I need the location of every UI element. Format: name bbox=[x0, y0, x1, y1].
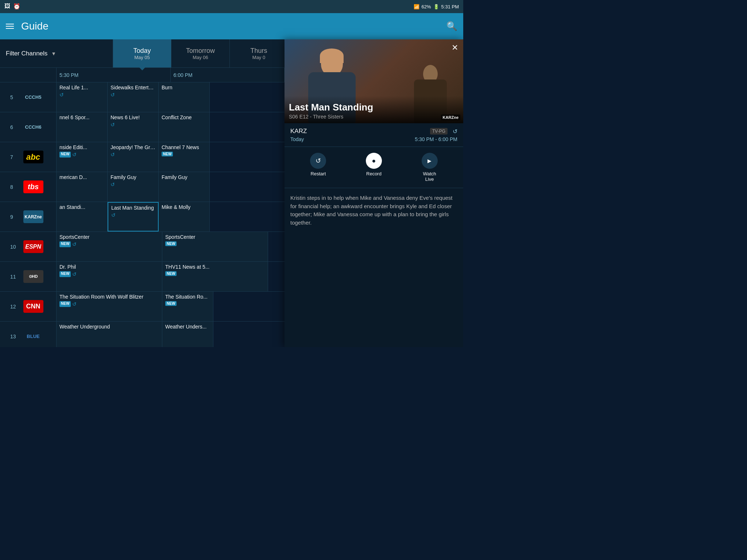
program-slot[interactable]: Weather Underground bbox=[57, 322, 162, 347]
current-time: 5:31 PM bbox=[441, 4, 459, 9]
tab-tomorrow-label: Tomorrow bbox=[186, 47, 215, 55]
detail-day: Today bbox=[290, 136, 304, 142]
action-buttons: ↺ Restart ● Record ▶ WatchLive bbox=[285, 147, 463, 188]
channel-row-10: 10 ESPN SportsCenter NEW ↺ SportsCent bbox=[0, 232, 285, 262]
search-button[interactable]: 🔍 bbox=[446, 21, 457, 31]
show-title: Last Man Standing bbox=[289, 102, 459, 113]
status-icons-left: 🖼 ⏰ bbox=[4, 3, 20, 10]
program-slot-selected[interactable]: Last Man Standing ↺ bbox=[108, 202, 159, 232]
programs-10: SportsCenter NEW ↺ SportsCenter NEW bbox=[57, 232, 285, 261]
guide-container: Filter Channels ▼ Today May 05 Tomorrow … bbox=[0, 39, 463, 347]
menu-button[interactable] bbox=[6, 24, 14, 29]
channel-logo-11: ⊙HD bbox=[20, 269, 46, 284]
tab-tomorrow-date: May 06 bbox=[193, 55, 208, 60]
channel-logo-6: CCCH6 bbox=[20, 120, 46, 135]
program-slot[interactable]: Channel 7 News NEW bbox=[159, 142, 210, 172]
program-slot[interactable]: merican D... bbox=[57, 172, 108, 202]
program-slot[interactable]: Sidewalks Entertainment ↺ bbox=[108, 82, 159, 112]
time-slots: 5:30 PM 6:00 PM bbox=[57, 68, 285, 82]
channel-logo-13: BLUE bbox=[20, 329, 46, 344]
channel-row-7: 7 abc nside Editi... NEW ↺ Jeopardy! bbox=[0, 142, 285, 172]
detail-channel-row: KARZ TV-PG ↺ bbox=[290, 128, 457, 135]
channel-row-5: 5 CCCH5 Real Life 1... ↺ Sidewalks Enter… bbox=[0, 82, 285, 112]
record-button[interactable]: ● Record bbox=[366, 153, 382, 182]
tab-today-date: May 05 bbox=[134, 55, 150, 60]
tab-today-label: Today bbox=[133, 47, 151, 55]
program-slot[interactable]: SportsCenter NEW ↺ bbox=[57, 232, 162, 261]
tab-thursday-label: Thurs bbox=[250, 47, 267, 55]
program-slot[interactable]: nside Editi... NEW ↺ bbox=[57, 142, 108, 172]
program-slot[interactable]: Family Guy bbox=[159, 172, 210, 202]
detail-channel-left: KARZ bbox=[290, 128, 307, 135]
channel-row-12: 12 CNN The Situation Room With Wolf Blit… bbox=[0, 292, 285, 322]
detail-channel-name: KARZ bbox=[290, 128, 307, 135]
restart-label: Restart bbox=[310, 171, 326, 176]
watch-live-icon: ▶ bbox=[422, 153, 438, 169]
page-title: Guide bbox=[21, 20, 49, 32]
channel-info-6: 6 CCCH6 bbox=[0, 112, 57, 142]
program-slot[interactable]: News 6 Live! ↺ bbox=[108, 112, 159, 142]
restart-button[interactable]: ↺ Restart bbox=[310, 153, 326, 182]
watch-live-button[interactable]: ▶ WatchLive bbox=[422, 153, 438, 182]
channel-row-11: 11 ⊙HD Dr. Phil NEW ↺ THV11 News at 5 bbox=[0, 262, 285, 292]
detail-description: Kristin steps in to help when Mike and V… bbox=[285, 188, 463, 233]
program-slot[interactable]: Real Life 1... ↺ bbox=[57, 82, 108, 112]
programs-12: The Situation Room With Wolf Blitzer NEW… bbox=[57, 292, 285, 321]
record-icon: ● bbox=[366, 153, 382, 169]
date-tabs: Today May 05 Tomorrow May 06 Thurs May 0 bbox=[113, 39, 285, 67]
filter-date-bar: Filter Channels ▼ Today May 05 Tomorrow … bbox=[0, 39, 285, 68]
programs-7: nside Editi... NEW ↺ Jeopardy! The Great… bbox=[57, 142, 285, 172]
header: Guide 🔍 bbox=[0, 13, 463, 39]
channel-logo-7: abc bbox=[20, 150, 46, 164]
tab-today[interactable]: Today May 05 bbox=[113, 39, 171, 67]
filter-channels-label: Filter Channels bbox=[6, 50, 47, 57]
tab-thursday[interactable]: Thurs May 0 bbox=[230, 39, 285, 67]
program-slot[interactable]: SportsCenter NEW bbox=[162, 232, 268, 261]
tab-tomorrow[interactable]: Tomorrow May 06 bbox=[171, 39, 230, 67]
program-slot[interactable]: nnel 6 Spor... bbox=[57, 112, 108, 142]
clock-icon: ⏰ bbox=[13, 3, 20, 10]
chevron-down-icon: ▼ bbox=[51, 51, 56, 57]
program-slot[interactable]: Dr. Phil NEW ↺ bbox=[57, 262, 162, 291]
tab-thursday-date: May 0 bbox=[252, 55, 265, 60]
channel-logo-8: tbs bbox=[20, 180, 46, 194]
channel-list-panel: Filter Channels ▼ Today May 05 Tomorrow … bbox=[0, 39, 285, 347]
restart-icon: ↺ bbox=[453, 128, 457, 135]
battery-icon: 🔋 bbox=[433, 4, 439, 9]
program-slot[interactable]: Family Guy ↺ bbox=[108, 172, 159, 202]
photo-icon: 🖼 bbox=[4, 3, 10, 10]
programs-13: Weather Underground Weather Unders... bbox=[57, 322, 285, 347]
channel-info-12: 12 CNN bbox=[0, 292, 57, 321]
close-button[interactable]: ✕ bbox=[449, 42, 460, 53]
filter-channels-button[interactable]: Filter Channels ▼ bbox=[0, 39, 113, 67]
status-bar: 🖼 ⏰ 📶 62% 🔋 5:31 PM bbox=[0, 0, 463, 13]
restart-icon: ↺ bbox=[310, 153, 326, 169]
program-slot[interactable]: The Situation Room With Wolf Blitzer NEW… bbox=[57, 292, 162, 321]
channel-info-10: 10 ESPN bbox=[0, 232, 57, 261]
program-slot[interactable]: The Situation Ro... NEW bbox=[162, 292, 213, 321]
watch-live-label: WatchLive bbox=[423, 171, 436, 182]
channel-row-6: 6 CCCH6 nnel 6 Spor... News 6 Live! ↺ Co… bbox=[0, 112, 285, 142]
time-slot-600: 6:00 PM bbox=[171, 68, 285, 82]
status-icons-right: 📶 62% 🔋 5:31 PM bbox=[414, 4, 459, 9]
program-slot[interactable]: Jeopardy! The Greatest... ↺ bbox=[108, 142, 159, 172]
time-spacer bbox=[0, 68, 57, 82]
time-slot-530: 5:30 PM bbox=[57, 68, 171, 82]
program-slot[interactable]: Burn bbox=[159, 82, 210, 112]
channel-logo-10: ESPN bbox=[20, 240, 46, 254]
detail-channel-right: TV-PG ↺ bbox=[430, 128, 457, 135]
program-slot[interactable]: an Standi... bbox=[57, 202, 108, 232]
channel-info-7: 7 abc bbox=[0, 142, 57, 172]
programs-11: Dr. Phil NEW ↺ THV11 News at 5... NEW bbox=[57, 262, 285, 291]
program-slot[interactable]: Conflict Zone bbox=[159, 112, 210, 142]
program-slot[interactable]: Weather Unders... bbox=[162, 322, 213, 347]
program-slot[interactable]: Mike & Molly bbox=[159, 202, 210, 232]
channels-scroll[interactable]: 5 CCCH5 Real Life 1... ↺ Sidewalks Enter… bbox=[0, 82, 285, 347]
channel-row-9: 9 KARZne an Standi... Last Man Standing … bbox=[0, 202, 285, 232]
channel-row-8: 8 tbs merican D... Family Guy ↺ Family G… bbox=[0, 172, 285, 202]
program-slot[interactable]: THV11 News at 5... NEW bbox=[162, 262, 268, 291]
battery-level: 62% bbox=[422, 4, 431, 9]
detail-time-range: 5:30 PM - 6:00 PM bbox=[415, 136, 457, 142]
channel-watermark: KARZne bbox=[441, 114, 460, 120]
channel-info-13: 13 BLUE bbox=[0, 322, 57, 347]
